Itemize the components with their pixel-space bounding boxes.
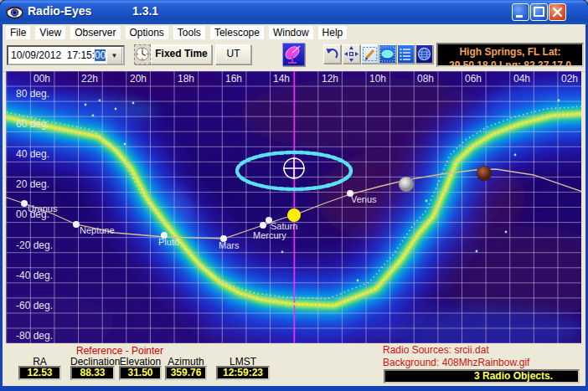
planet-label-mercury: Mercury bbox=[253, 230, 286, 240]
app-eye-icon bbox=[6, 4, 23, 20]
maximize-button[interactable] bbox=[530, 3, 548, 21]
fixed-time-button[interactable]: Fixed Time bbox=[151, 44, 212, 64]
ut-button[interactable]: UT bbox=[215, 44, 251, 64]
radio-objects-count: 3 Radio Objects. bbox=[384, 369, 580, 383]
hour-label: 18h bbox=[178, 73, 194, 85]
location-line2: 29 50 18.0 Lng: 82 37 17.0 bbox=[438, 59, 582, 67]
degree-label: -40 deg. bbox=[16, 270, 53, 281]
datetime-input[interactable]: 10/09/2012 17:15:00 ▼ bbox=[7, 45, 125, 65]
planet-dot-neptune bbox=[73, 221, 80, 228]
pan-button[interactable] bbox=[343, 44, 360, 64]
menu-item-window[interactable]: Window bbox=[269, 26, 313, 39]
background-file-label: Background: 408MhzRainbow.gif bbox=[383, 357, 529, 368]
planet-label-saturn: Saturn bbox=[271, 221, 297, 231]
globe-icon bbox=[416, 45, 432, 63]
location-display: High Springs, FL Lat: 29 50 18.0 Lng: 82… bbox=[436, 43, 584, 67]
edit-beam-icon bbox=[362, 45, 378, 63]
degree-label: -60 deg. bbox=[16, 300, 53, 311]
datetime-seconds-selected: 00 bbox=[95, 49, 106, 61]
beam-ellipse-button[interactable] bbox=[379, 44, 396, 64]
menubar: FileViewObserverOptionsToolsTelescopeWin… bbox=[3, 24, 585, 40]
window-title: Radio-Eyes bbox=[28, 4, 91, 18]
hour-label: 20h bbox=[130, 73, 147, 85]
hour-label: 00h bbox=[34, 73, 50, 85]
planet-dot-uranus bbox=[21, 200, 28, 207]
datetime-value: 10/09/2012 17:15: bbox=[11, 49, 95, 61]
undo-icon bbox=[324, 45, 340, 63]
jupiter-marker bbox=[477, 166, 492, 181]
datetime-dropdown-button[interactable]: ▼ bbox=[106, 48, 122, 64]
menu-item-file[interactable]: File bbox=[6, 26, 30, 39]
planet-label-venus: Venus bbox=[351, 194, 377, 204]
titlebar[interactable]: Radio-Eyes 1.3.1 bbox=[0, 0, 588, 24]
planet-label-pluto: Pluto bbox=[158, 237, 179, 247]
status-field-value-azimuth: 359.76 bbox=[165, 366, 207, 380]
degree-label: -20 deg. bbox=[16, 239, 53, 251]
clock-button[interactable] bbox=[134, 44, 151, 64]
location-line1: High Springs, FL Lat: bbox=[438, 46, 582, 58]
hour-label: 08h bbox=[417, 73, 434, 85]
moon-marker bbox=[399, 177, 414, 192]
source-list-icon bbox=[398, 45, 414, 63]
planet-label-neptune: Neptune bbox=[80, 225, 115, 235]
planet-label-mars: Mars bbox=[219, 240, 240, 250]
degree-label: 00 deg. bbox=[16, 208, 49, 220]
app-window: Radio-Eyes 1.3.1 FileViewObserverOptions… bbox=[0, 0, 588, 391]
hour-label: 04h bbox=[513, 73, 530, 85]
hour-label: 06h bbox=[465, 73, 482, 85]
status-field-value-ra: 12.53 bbox=[18, 366, 61, 380]
telescope-dish-button[interactable] bbox=[282, 43, 305, 66]
degree-label: 60 deg. bbox=[16, 118, 49, 130]
hour-label: 22h bbox=[81, 73, 98, 85]
window-version: 1.3.1 bbox=[132, 4, 158, 18]
pan-icon bbox=[343, 45, 359, 63]
degree-label: 80 deg. bbox=[16, 88, 49, 100]
status-field-value-elevation: 31.50 bbox=[119, 366, 162, 380]
reference-pointer-label: Reference - Pointer bbox=[53, 345, 187, 357]
source-list-button[interactable] bbox=[397, 44, 415, 64]
sun-marker bbox=[287, 208, 301, 222]
globe-button[interactable] bbox=[415, 44, 433, 64]
degree-label: 40 deg. bbox=[16, 148, 49, 160]
menu-item-help[interactable]: Help bbox=[318, 26, 348, 39]
beam-ellipse-icon bbox=[379, 45, 395, 63]
edit-beam-button[interactable] bbox=[361, 44, 379, 64]
hour-label: 12h bbox=[322, 73, 338, 85]
menu-item-tools[interactable]: Tools bbox=[173, 26, 205, 39]
menu-item-telescope[interactable]: Telescope bbox=[210, 26, 264, 39]
hour-label: 14h bbox=[273, 73, 290, 85]
degree-label: 20 deg. bbox=[16, 178, 49, 190]
status-field-value-lmst: 12:59:23 bbox=[216, 366, 270, 380]
toolbar: 10/09/2012 17:15:00 ▼ Fixed Time UT bbox=[3, 40, 585, 72]
close-button[interactable] bbox=[549, 3, 566, 21]
status-field-value-declination: 88.33 bbox=[70, 366, 115, 380]
radio-sources-label: Radio Sources: srcii.dat bbox=[383, 344, 489, 356]
degree-label: -80 deg. bbox=[16, 330, 53, 342]
hour-label: 02h bbox=[561, 73, 578, 85]
menu-item-options[interactable]: Options bbox=[126, 26, 168, 39]
clock-icon bbox=[135, 45, 150, 63]
hour-label: 16h bbox=[225, 73, 242, 85]
menu-item-observer[interactable]: Observer bbox=[70, 26, 120, 39]
planet-dot-mercury bbox=[260, 222, 266, 229]
sky-map[interactable]: UranusNeptunePlutoMarsMercurySaturnVenus… bbox=[6, 71, 581, 343]
undo-button[interactable] bbox=[323, 44, 341, 64]
minimize-button[interactable] bbox=[512, 3, 529, 21]
hour-label: 10h bbox=[369, 73, 386, 85]
menu-item-view[interactable]: View bbox=[35, 26, 65, 39]
statusbar: Reference - Pointer RA12.53Declination88… bbox=[3, 344, 585, 386]
dish-icon bbox=[283, 44, 304, 65]
